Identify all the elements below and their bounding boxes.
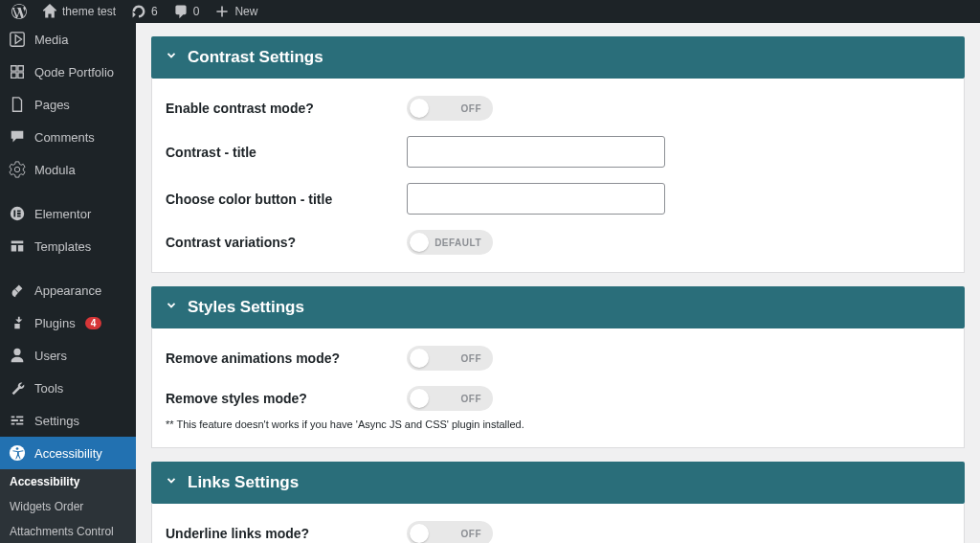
sidebar-item-modula[interactable]: Modula — [0, 153, 136, 186]
submenu-attachments-control[interactable]: Attachments Control — [0, 519, 136, 543]
field-label-underline-links: Underline links mode? — [166, 526, 407, 541]
toggle-knob — [410, 524, 429, 543]
sidebar-item-appearance[interactable]: Appearance — [0, 274, 136, 306]
toggle-knob — [410, 349, 429, 368]
sidebar-item-label: Qode Portfolio — [34, 65, 114, 79]
toggle-remove-styles[interactable]: OFF — [407, 386, 493, 411]
sidebar-item-label: Pages — [34, 98, 70, 112]
sidebar-item-comments[interactable]: Comments — [0, 121, 136, 153]
toggle-state: OFF — [461, 529, 482, 539]
adminbar-wp-logo[interactable] — [4, 4, 34, 19]
wrench-icon — [8, 378, 27, 397]
adminbar-site-label: theme test — [62, 5, 116, 18]
accessibility-icon — [8, 443, 27, 463]
brush-icon — [8, 281, 27, 300]
panel-styles: Remove animations mode? OFF Remove style… — [151, 328, 965, 448]
comment-icon — [173, 4, 189, 19]
panel-contrast: Enable contrast mode? OFF Contrast - tit… — [151, 79, 965, 273]
adminbar-new-label: New — [234, 5, 257, 18]
adminbar-site-name[interactable]: theme test — [34, 4, 123, 19]
sidebar-item-label: Accessibility — [34, 446, 102, 461]
chevron-down-icon — [165, 48, 178, 67]
sidebar-item-label: Settings — [34, 414, 79, 428]
toggle-knob — [410, 99, 429, 118]
update-icon — [131, 4, 146, 19]
input-contrast-title[interactable] — [407, 136, 665, 168]
submenu-widgets-order[interactable]: Widgets Order — [0, 494, 136, 519]
sidebar-item-pages[interactable]: Pages — [0, 88, 136, 121]
plugin-icon — [8, 313, 27, 332]
svg-point-2 — [16, 447, 19, 450]
pages-icon — [8, 95, 27, 114]
adminbar-new[interactable]: New — [207, 4, 265, 19]
styles-note: ** This feature doesn't works if you hav… — [166, 419, 950, 430]
toggle-state: OFF — [461, 394, 482, 404]
comments-icon — [8, 127, 27, 147]
sidebar-item-label: Tools — [34, 381, 63, 396]
sidebar-item-elementor[interactable]: Elementor — [0, 197, 136, 230]
submenu-accessibility[interactable]: Accessibility — [0, 469, 136, 494]
sidebar-item-label: Plugins — [34, 316, 76, 330]
section-title: Styles Settings — [188, 298, 304, 317]
toggle-knob — [410, 233, 429, 252]
sidebar-item-plugins[interactable]: Plugins 4 — [0, 306, 136, 339]
adminbar-updates[interactable]: 6 — [123, 4, 166, 19]
section-header-styles[interactable]: Styles Settings — [151, 286, 965, 328]
field-label-contrast-variations: Contrast variations? — [166, 235, 407, 250]
section-header-contrast[interactable]: Contrast Settings — [151, 36, 965, 79]
sidebar-item-users[interactable]: Users — [0, 339, 136, 372]
plus-icon — [214, 4, 230, 19]
templates-icon — [8, 237, 27, 256]
admin-sidebar: Media Qode Portfolio Pages Comments Modu… — [0, 23, 136, 543]
toggle-contrast-variations[interactable]: DEFAULT — [407, 230, 493, 255]
adminbar-updates-count: 6 — [151, 5, 158, 18]
gear-icon — [8, 160, 27, 179]
sidebar-item-label: Appearance — [34, 283, 101, 298]
user-icon — [8, 346, 27, 365]
sidebar-item-label: Templates — [34, 239, 91, 254]
section-header-links[interactable]: Links Settings — [151, 462, 965, 504]
toggle-state: OFF — [461, 353, 482, 364]
sidebar-item-label: Media — [34, 33, 68, 47]
sidebar-item-label: Comments — [34, 130, 95, 145]
sliders-icon — [8, 411, 27, 430]
main-content: Contrast Settings Enable contrast mode? … — [136, 23, 980, 543]
field-label-remove-animations: Remove animations mode? — [166, 351, 407, 366]
toggle-state: DEFAULT — [434, 238, 481, 248]
elementor-icon — [8, 204, 27, 223]
sidebar-item-templates[interactable]: Templates — [0, 230, 136, 262]
adminbar-comments-count: 0 — [193, 5, 200, 18]
sidebar-submenu: Accessibility Widgets Order Attachments … — [0, 469, 136, 543]
adminbar-comments[interactable]: 0 — [166, 4, 208, 19]
wordpress-icon — [11, 4, 27, 19]
toggle-remove-animations[interactable]: OFF — [407, 346, 493, 371]
field-label-contrast-title: Contrast - title — [166, 145, 407, 160]
sidebar-item-label: Modula — [34, 163, 76, 177]
chevron-down-icon — [165, 473, 178, 492]
section-title: Contrast Settings — [188, 48, 323, 67]
admin-bar: theme test 6 0 New — [0, 0, 980, 23]
sidebar-item-label: Users — [34, 349, 67, 363]
field-label-enable-contrast: Enable contrast mode? — [166, 101, 407, 116]
sidebar-item-portfolio[interactable]: Qode Portfolio — [0, 56, 136, 88]
plugins-update-badge: 4 — [85, 317, 102, 329]
sidebar-item-media[interactable]: Media — [0, 23, 136, 56]
toggle-knob — [410, 389, 429, 408]
section-title: Links Settings — [188, 473, 299, 492]
field-label-color-button-title: Choose color button - title — [166, 192, 407, 207]
sidebar-item-settings[interactable]: Settings — [0, 404, 136, 437]
panel-links: Underline links mode? OFF — [151, 504, 965, 543]
sidebar-item-tools[interactable]: Tools — [0, 372, 136, 404]
toggle-state: OFF — [461, 103, 482, 114]
sidebar-item-accessibility[interactable]: Accessibility — [0, 437, 136, 469]
home-icon — [42, 4, 57, 19]
input-color-button-title[interactable] — [407, 183, 665, 215]
grid-icon — [8, 62, 27, 81]
media-icon — [8, 30, 27, 49]
toggle-enable-contrast[interactable]: OFF — [407, 96, 493, 121]
sidebar-item-label: Elementor — [34, 207, 91, 221]
chevron-down-icon — [165, 298, 178, 317]
field-label-remove-styles: Remove styles mode? — [166, 391, 407, 406]
toggle-underline-links[interactable]: OFF — [407, 521, 493, 543]
